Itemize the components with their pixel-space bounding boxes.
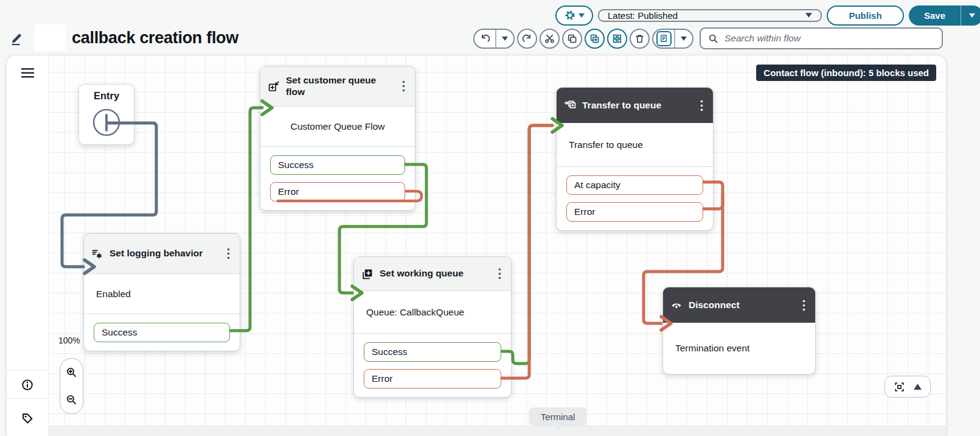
save-button-label: Save xyxy=(924,10,945,21)
kebab-menu-icon[interactable] xyxy=(224,248,232,260)
transfer-to-queue-icon xyxy=(564,99,576,111)
save-options-button[interactable] xyxy=(961,5,980,26)
version-selector[interactable]: Latest: Published xyxy=(598,9,822,22)
port-at-capacity[interactable]: At capacity xyxy=(566,175,703,195)
port-success[interactable]: Success xyxy=(364,342,501,362)
terminal-label: Terminal xyxy=(541,412,575,422)
disconnect-phone-icon xyxy=(670,299,683,311)
port-error[interactable]: Error xyxy=(270,182,405,202)
annotations-options-button[interactable] xyxy=(674,30,692,47)
block-header[interactable]: Set logging behavior xyxy=(84,234,240,274)
zoom-in-button[interactable] xyxy=(64,365,80,381)
publish-button[interactable]: Publish xyxy=(827,5,904,26)
port-success[interactable]: Success xyxy=(94,323,230,342)
fit-to-screen-icon[interactable] xyxy=(894,381,905,393)
copy-icon xyxy=(567,33,577,44)
zoom-out-icon xyxy=(66,394,77,406)
port-error[interactable]: Error xyxy=(566,202,703,222)
block-parameter: Termination event xyxy=(663,323,815,374)
doc-icon xyxy=(656,31,672,46)
zoom-in-icon xyxy=(66,367,77,378)
undo-options-button[interactable] xyxy=(495,30,513,47)
copy-button[interactable] xyxy=(562,29,582,49)
block-header[interactable]: Transfer to queue xyxy=(557,88,713,123)
block-header[interactable]: Set working queue xyxy=(354,257,511,291)
flow-canvas: Contact flow (inbound): 5 blocks used En… xyxy=(6,55,947,436)
block-header[interactable]: Disconnect xyxy=(663,287,815,323)
block-title: Set working queue xyxy=(380,268,489,280)
block-disconnect[interactable]: Disconnect Termination event xyxy=(662,287,816,374)
kebab-menu-icon[interactable] xyxy=(697,99,706,111)
grid-icon xyxy=(612,33,622,44)
block-title: Set logging behavior xyxy=(109,248,218,259)
block-ports: Success xyxy=(84,314,240,351)
scissors-icon xyxy=(544,33,555,44)
gear-icon xyxy=(565,10,575,21)
block-title: Set customer queue flow xyxy=(286,75,393,98)
set-logging-behavior-icon xyxy=(91,248,103,260)
block-ports: Success Error xyxy=(260,147,415,210)
flow-toolbar xyxy=(473,28,943,49)
block-header[interactable]: Set customer queue flow xyxy=(260,66,415,107)
flow-tags-button[interactable] xyxy=(7,398,48,436)
tag-icon xyxy=(21,412,33,424)
zoom-level: 100% xyxy=(58,336,80,345)
search-input[interactable] xyxy=(723,32,934,44)
paste-block-button[interactable] xyxy=(585,29,605,49)
canvas-view-controls xyxy=(884,376,931,398)
block-parameter: Transfer to queue xyxy=(557,123,713,167)
zoom-controls xyxy=(60,358,83,414)
chevron-down-icon xyxy=(502,37,508,41)
block-transfer-to-queue[interactable]: Transfer to queue Transfer to queue At c… xyxy=(556,87,714,231)
terminal-tab[interactable]: Terminal xyxy=(529,407,587,426)
block-set-working-queue[interactable]: Set working queue Queue: CallbackQueue S… xyxy=(353,256,512,398)
block-set-logging-behavior[interactable]: Set logging behavior Enabled Success xyxy=(83,233,240,351)
canvas-bottom-strip xyxy=(48,426,946,436)
block-ports: Success Error xyxy=(354,334,511,397)
save-button[interactable]: Save xyxy=(909,5,961,26)
canvas-side-rail xyxy=(7,55,49,436)
block-parameter: Queue: CallbackQueue xyxy=(354,291,511,334)
header-actions: Latest: Published Publish Save xyxy=(555,5,980,26)
block-title: Entry xyxy=(79,85,134,102)
block-set-customer-queue-flow[interactable]: Set customer queue flow Customer Queue F… xyxy=(260,66,415,211)
flow-settings-button[interactable] xyxy=(555,5,593,26)
paste-plus-icon xyxy=(589,33,600,44)
kebab-menu-icon[interactable] xyxy=(399,80,408,93)
block-parameter: Enabled xyxy=(84,274,240,314)
info-icon xyxy=(21,379,33,391)
undo-split-button xyxy=(473,29,515,49)
search-icon xyxy=(708,33,718,44)
undo-icon xyxy=(480,33,490,44)
redo-button[interactable] xyxy=(517,29,537,49)
annotations-button[interactable] xyxy=(653,30,674,47)
undo-button[interactable] xyxy=(474,30,495,47)
set-working-queue-icon xyxy=(361,268,374,280)
arrange-blocks-button[interactable] xyxy=(607,29,627,49)
publish-button-label: Publish xyxy=(849,10,881,21)
flow-title-group: callback creation flow xyxy=(10,24,238,51)
set-customer-queue-flow-icon xyxy=(268,80,280,93)
trash-icon xyxy=(634,33,645,44)
zoom-out-button[interactable] xyxy=(64,392,80,408)
port-success[interactable]: Success xyxy=(270,155,405,175)
collapse-up-icon[interactable] xyxy=(914,384,922,390)
block-parameter: Customer Queue Flow xyxy=(260,107,415,147)
port-error[interactable]: Error xyxy=(364,369,501,389)
kebab-menu-icon[interactable] xyxy=(495,268,504,280)
flow-info-button[interactable] xyxy=(7,370,48,399)
redo-icon xyxy=(522,33,532,44)
block-title: Transfer to queue xyxy=(582,100,691,111)
chevron-down-icon xyxy=(805,13,812,18)
block-entry[interactable]: Entry xyxy=(78,84,134,145)
version-selector-value: Latest: Published xyxy=(608,10,678,21)
hamburger-menu-icon[interactable] xyxy=(21,68,34,78)
block-title: Disconnect xyxy=(689,300,793,311)
edit-title-pencil-icon[interactable] xyxy=(10,30,26,46)
kebab-menu-icon[interactable] xyxy=(799,299,808,311)
chevron-down-icon xyxy=(681,37,687,41)
block-ports: At capacity Error xyxy=(557,167,713,230)
save-split-button: Save xyxy=(909,5,980,26)
cut-button[interactable] xyxy=(540,29,560,49)
delete-button[interactable] xyxy=(630,29,650,49)
